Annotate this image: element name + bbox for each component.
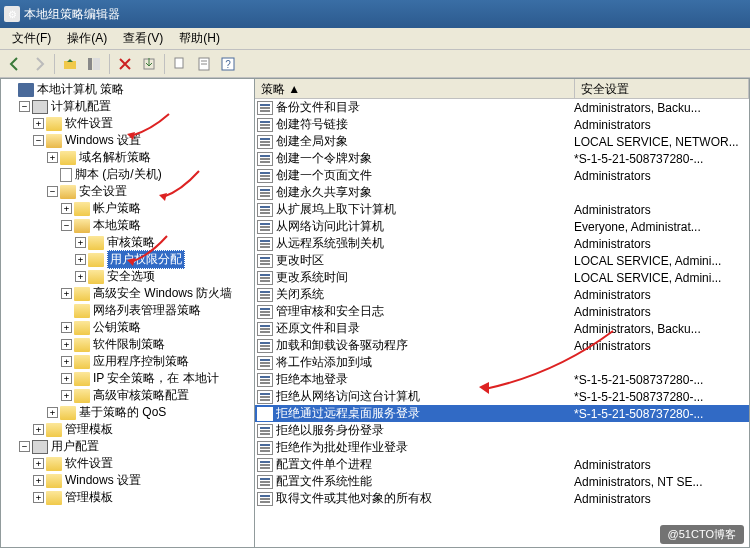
security-setting: Administrators bbox=[574, 288, 749, 302]
expand-icon[interactable]: + bbox=[33, 475, 44, 486]
svg-text:?: ? bbox=[225, 59, 231, 70]
collapse-icon[interactable]: − bbox=[47, 186, 58, 197]
tree-security-settings[interactable]: −安全设置 bbox=[1, 183, 254, 200]
tree-account-policy[interactable]: +帐户策略 bbox=[1, 200, 254, 217]
list-item[interactable]: 从网络访问此计算机Everyone, Administrat... bbox=[255, 218, 749, 235]
menu-view[interactable]: 查看(V) bbox=[115, 28, 171, 49]
security-setting: *S-1-5-21-508737280-... bbox=[574, 407, 749, 421]
policy-icon bbox=[257, 305, 273, 319]
tree-software-restrict[interactable]: +软件限制策略 bbox=[1, 336, 254, 353]
tree-audit-policy[interactable]: +审核策略 bbox=[1, 234, 254, 251]
list-item[interactable]: 创建符号链接Administrators bbox=[255, 116, 749, 133]
list-item[interactable]: 从远程系统强制关机Administrators bbox=[255, 235, 749, 252]
collapse-icon[interactable]: − bbox=[19, 441, 30, 452]
list-item[interactable]: 配置文件单个进程Administrators bbox=[255, 456, 749, 473]
export-button[interactable] bbox=[138, 53, 160, 75]
tree-ip-security[interactable]: +IP 安全策略，在 本地计 bbox=[1, 370, 254, 387]
tree-local-policy[interactable]: −本地策略 bbox=[1, 217, 254, 234]
expand-icon[interactable]: + bbox=[33, 118, 44, 129]
help-button[interactable]: ? bbox=[217, 53, 239, 75]
svg-rect-0 bbox=[64, 61, 76, 69]
security-setting: Administrators bbox=[574, 305, 749, 319]
tree-pane[interactable]: 本地计算机 策略 −计算机配置 +软件设置 −Windows 设置 +域名解析策… bbox=[0, 78, 255, 548]
tree-scripts[interactable]: 脚本 (启动/关机) bbox=[1, 166, 254, 183]
expand-icon[interactable]: + bbox=[61, 390, 72, 401]
list-item[interactable]: 加载和卸载设备驱动程序Administrators bbox=[255, 337, 749, 354]
list-item[interactable]: 创建一个令牌对象*S-1-5-21-508737280-... bbox=[255, 150, 749, 167]
expand-icon[interactable]: + bbox=[61, 373, 72, 384]
expand-icon[interactable]: + bbox=[61, 356, 72, 367]
collapse-icon[interactable]: − bbox=[19, 101, 30, 112]
list-item[interactable]: 拒绝本地登录*S-1-5-21-508737280-... bbox=[255, 371, 749, 388]
expand-icon[interactable]: + bbox=[47, 407, 58, 418]
expand-icon[interactable]: + bbox=[61, 322, 72, 333]
tree-advanced-audit[interactable]: +高级审核策略配置 bbox=[1, 387, 254, 404]
tree-policy-qos[interactable]: +基于策略的 QoS bbox=[1, 404, 254, 421]
show-tree-button[interactable] bbox=[83, 53, 105, 75]
expand-icon[interactable]: + bbox=[75, 271, 86, 282]
list-item[interactable]: 取得文件或其他对象的所有权Administrators bbox=[255, 490, 749, 507]
tree-windows-settings[interactable]: −Windows 设置 bbox=[1, 132, 254, 149]
tree-app-control[interactable]: +应用程序控制策略 bbox=[1, 353, 254, 370]
list-item[interactable]: 备份文件和目录Administrators, Backu... bbox=[255, 99, 749, 116]
expand-icon[interactable]: + bbox=[75, 254, 86, 265]
tree-u-windows[interactable]: +Windows 设置 bbox=[1, 472, 254, 489]
refresh-button[interactable] bbox=[169, 53, 191, 75]
tree-computer-config[interactable]: −计算机配置 bbox=[1, 98, 254, 115]
forward-button[interactable] bbox=[28, 53, 50, 75]
menubar: 文件(F) 操作(A) 查看(V) 帮助(H) bbox=[0, 28, 750, 50]
tree-network-list[interactable]: 网络列表管理器策略 bbox=[1, 302, 254, 319]
expand-icon[interactable]: + bbox=[75, 237, 86, 248]
tree-u-software[interactable]: +软件设置 bbox=[1, 455, 254, 472]
properties-button[interactable] bbox=[193, 53, 215, 75]
column-security[interactable]: 安全设置 bbox=[575, 79, 749, 98]
list-item[interactable]: 创建全局对象LOCAL SERVICE, NETWOR... bbox=[255, 133, 749, 150]
security-setting: Administrators, Backu... bbox=[574, 101, 749, 115]
expand-icon[interactable]: + bbox=[61, 339, 72, 350]
list-item[interactable]: 拒绝作为批处理作业登录 bbox=[255, 439, 749, 456]
list-item[interactable]: 配置文件系统性能Administrators, NT SE... bbox=[255, 473, 749, 490]
tree-u-templates[interactable]: +管理模板 bbox=[1, 489, 254, 506]
delete-button[interactable] bbox=[114, 53, 136, 75]
list-item[interactable]: 拒绝以服务身份登录 bbox=[255, 422, 749, 439]
list-item[interactable]: 更改系统时间LOCAL SERVICE, Admini... bbox=[255, 269, 749, 286]
tree-admin-templates[interactable]: +管理模板 bbox=[1, 421, 254, 438]
expand-icon[interactable]: + bbox=[47, 152, 58, 163]
separator bbox=[109, 54, 110, 74]
tree-win-firewall[interactable]: +高级安全 Windows 防火墙 bbox=[1, 285, 254, 302]
list-item[interactable]: 拒绝通过远程桌面服务登录*S-1-5-21-508737280-... bbox=[255, 405, 749, 422]
list-item[interactable]: 创建永久共享对象 bbox=[255, 184, 749, 201]
tree-dns-policy[interactable]: +域名解析策略 bbox=[1, 149, 254, 166]
list-pane[interactable]: 策略 ▲ 安全设置 备份文件和目录Administrators, Backu..… bbox=[255, 78, 750, 548]
collapse-icon[interactable]: − bbox=[33, 135, 44, 146]
list-item[interactable]: 关闭系统Administrators bbox=[255, 286, 749, 303]
expand-icon[interactable]: + bbox=[33, 458, 44, 469]
policy-icon bbox=[257, 288, 273, 302]
list-item[interactable]: 拒绝从网络访问这台计算机*S-1-5-21-508737280-... bbox=[255, 388, 749, 405]
expand-icon[interactable]: + bbox=[33, 492, 44, 503]
tree-security-options[interactable]: +安全选项 bbox=[1, 268, 254, 285]
back-button[interactable] bbox=[4, 53, 26, 75]
list-item[interactable]: 还原文件和目录Administrators, Backu... bbox=[255, 320, 749, 337]
list-item[interactable]: 更改时区LOCAL SERVICE, Admini... bbox=[255, 252, 749, 269]
column-policy[interactable]: 策略 ▲ bbox=[255, 79, 575, 98]
menu-file[interactable]: 文件(F) bbox=[4, 28, 59, 49]
tree-public-key[interactable]: +公钥策略 bbox=[1, 319, 254, 336]
list-item[interactable]: 从扩展坞上取下计算机Administrators bbox=[255, 201, 749, 218]
up-folder-button[interactable] bbox=[59, 53, 81, 75]
expand-icon[interactable]: + bbox=[61, 288, 72, 299]
tree-software-settings[interactable]: +软件设置 bbox=[1, 115, 254, 132]
list-item[interactable]: 创建一个页面文件Administrators bbox=[255, 167, 749, 184]
expand-icon[interactable]: + bbox=[61, 203, 72, 214]
tree-root[interactable]: 本地计算机 策略 bbox=[1, 81, 254, 98]
collapse-icon[interactable]: − bbox=[61, 220, 72, 231]
tree-user-config[interactable]: −用户配置 bbox=[1, 438, 254, 455]
menu-help[interactable]: 帮助(H) bbox=[171, 28, 228, 49]
expand-icon[interactable]: + bbox=[33, 424, 44, 435]
list-item[interactable]: 管理审核和安全日志Administrators bbox=[255, 303, 749, 320]
policy-icon bbox=[257, 475, 273, 489]
list-item[interactable]: 将工作站添加到域 bbox=[255, 354, 749, 371]
tree-user-rights[interactable]: +用户权限分配 bbox=[1, 251, 254, 268]
menu-action[interactable]: 操作(A) bbox=[59, 28, 115, 49]
policy-name: 从网络访问此计算机 bbox=[276, 218, 574, 235]
